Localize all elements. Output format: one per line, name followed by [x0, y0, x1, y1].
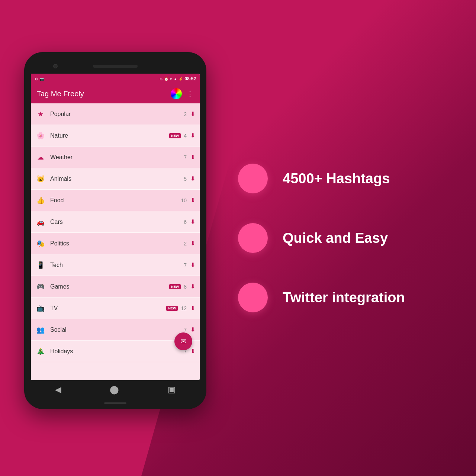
food-count: 10: [181, 197, 187, 203]
games-label: Games: [50, 283, 169, 290]
holidays-arrow: ⬇: [190, 348, 195, 355]
tech-count: 7: [184, 262, 187, 268]
feature-item-quick: Quick and Easy: [238, 223, 454, 253]
list-item-cars[interactable]: 🚗 Cars 6 ⬇: [31, 211, 200, 233]
weather-icon: ☁: [35, 152, 46, 163]
list-item-tv[interactable]: 📺 TV NEW 12 ⬇: [31, 298, 200, 319]
category-list: ★ Popular 2 ⬇ 🌸 Nature NEW 4 ⬇ ☁ Weather…: [31, 103, 200, 380]
home-indicator: [104, 402, 126, 404]
social-arrow: ⬇: [190, 326, 195, 333]
nature-icon: 🌸: [35, 131, 46, 141]
animals-count: 5: [184, 176, 187, 182]
phone-camera: [53, 64, 58, 68]
features-section: 4500+ Hashtags Quick and Easy Twitter in…: [238, 0, 454, 476]
feature-item-hashtags: 4500+ Hashtags: [238, 164, 454, 193]
navigation-bar: ◀ ⬤ ▣: [31, 380, 200, 399]
games-badge: NEW: [169, 284, 181, 289]
more-options-icon[interactable]: ⋮: [186, 89, 194, 98]
list-item-weather[interactable]: ☁ Weather 7 ⬇: [31, 147, 200, 168]
politics-arrow: ⬇: [190, 240, 195, 247]
popular-icon: ★: [35, 109, 46, 119]
phone-speaker: [93, 65, 138, 68]
color-wheel-icon[interactable]: [171, 88, 182, 99]
tech-label: Tech: [50, 262, 184, 268]
nature-badge: NEW: [169, 133, 181, 138]
politics-label: Politics: [50, 240, 184, 247]
animals-label: Animals: [50, 176, 184, 182]
games-arrow: ⬇: [190, 283, 195, 290]
food-label: Food: [50, 197, 181, 204]
wifi-icon: ▾: [170, 77, 172, 81]
feature-dot-quick: [238, 223, 268, 253]
tech-arrow: ⬇: [190, 261, 195, 268]
list-item-nature[interactable]: 🌸 Nature NEW 4 ⬇: [31, 125, 200, 147]
tv-icon: 📺: [35, 303, 46, 313]
nature-count: 4: [184, 133, 187, 139]
status-icon-2: 📷: [39, 77, 44, 81]
signal-bars-icon: ▲: [173, 77, 177, 81]
list-item-politics[interactable]: 🎭 Politics 2 ⬇: [31, 233, 200, 254]
list-item-animals[interactable]: 🐱 Animals 5 ⬇: [31, 168, 200, 190]
animals-icon: 🐱: [35, 174, 46, 184]
list-item-social[interactable]: 👥 Social 7 ⬇: [31, 319, 200, 341]
games-count: 8: [184, 284, 187, 290]
home-button[interactable]: ⬤: [110, 385, 119, 395]
tv-arrow: ⬇: [190, 305, 195, 312]
feature-text-twitter: Twitter integration: [283, 290, 405, 306]
weather-arrow: ⬇: [190, 154, 195, 161]
feature-dot-twitter: [238, 283, 268, 312]
list-item-games[interactable]: 🎮 Games NEW 8 ⬇: [31, 276, 200, 298]
list-item-tech[interactable]: 📱 Tech 7 ⬇: [31, 254, 200, 276]
status-icon-1: ⚙: [35, 77, 38, 81]
animals-arrow: ⬇: [190, 175, 195, 182]
cars-label: Cars: [50, 219, 184, 225]
popular-count: 2: [184, 111, 187, 117]
cars-icon: 🚗: [35, 217, 46, 227]
weather-count: 7: [184, 154, 187, 160]
recents-button[interactable]: ▣: [168, 385, 176, 395]
feature-text-hashtags: 4500+ Hashtags: [283, 171, 390, 187]
cars-arrow: ⬇: [190, 218, 195, 225]
list-item-holidays[interactable]: 🎄 Holidays 7 ⬇: [31, 341, 200, 362]
feature-item-twitter: Twitter integration: [238, 283, 454, 312]
cars-count: 6: [184, 219, 187, 225]
politics-icon: 🎭: [35, 238, 46, 249]
back-button[interactable]: ◀: [55, 385, 61, 395]
social-label: Social: [50, 327, 184, 333]
feature-text-quick: Quick and Easy: [283, 230, 388, 246]
nature-label: Nature: [50, 132, 169, 139]
nature-arrow: ⬇: [190, 132, 195, 139]
popular-arrow: ⬇: [190, 110, 195, 118]
tech-icon: 📱: [35, 260, 46, 270]
feature-dot-hashtags: [238, 164, 268, 193]
holidays-icon: 🎄: [35, 346, 46, 357]
list-item-popular[interactable]: ★ Popular 2 ⬇: [31, 103, 200, 125]
popular-label: Popular: [50, 111, 184, 118]
social-icon: 👥: [35, 325, 46, 335]
app-bar: Tag Me Freely ⋮: [31, 84, 200, 103]
phone-screen: ⚙ 📷 ⊖ ⏰ ▾ ▲ ⚡ 08:52 Tag Me Freely ⋮: [31, 74, 200, 380]
social-count: 7: [184, 327, 187, 333]
phone-mockup: ⚙ 📷 ⊖ ⏰ ▾ ▲ ⚡ 08:52 Tag Me Freely ⋮: [24, 52, 206, 409]
tv-badge: NEW: [166, 306, 178, 311]
signal-icon: ⊖: [160, 77, 163, 81]
fab-email-button[interactable]: ✉: [174, 332, 192, 350]
battery-icon: ⚡: [178, 77, 183, 81]
app-title: Tag Me Freely: [37, 90, 171, 98]
politics-count: 2: [184, 241, 187, 247]
alarm-icon: ⏰: [164, 77, 168, 81]
tv-label: TV: [50, 305, 166, 312]
food-arrow: ⬇: [190, 197, 195, 204]
holidays-label: Holidays: [50, 348, 184, 355]
food-icon: 👍: [35, 195, 46, 206]
list-item-food[interactable]: 👍 Food 10 ⬇: [31, 190, 200, 211]
status-time: 08:52: [184, 76, 196, 81]
weather-label: Weather: [50, 154, 184, 161]
tv-count: 12: [181, 305, 187, 311]
games-icon: 🎮: [35, 282, 46, 292]
status-bar: ⚙ 📷 ⊖ ⏰ ▾ ▲ ⚡ 08:52: [31, 74, 200, 84]
